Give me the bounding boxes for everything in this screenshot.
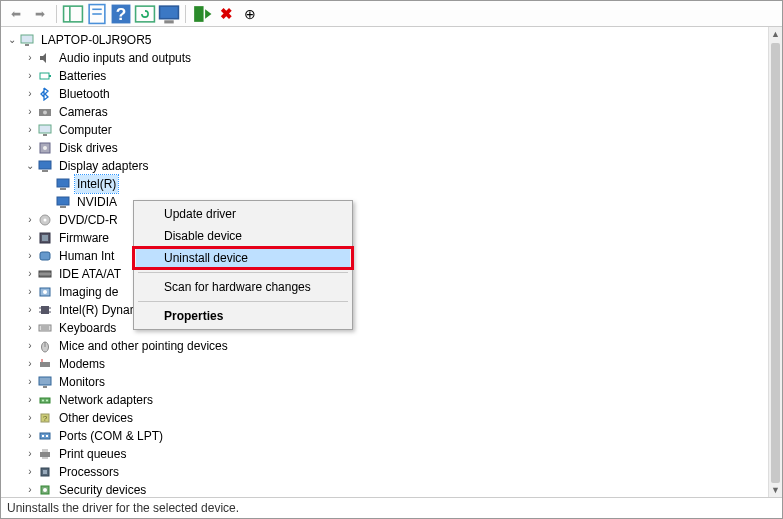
expand-toggle[interactable]: ›: [23, 67, 37, 85]
expand-toggle[interactable]: ›: [23, 85, 37, 103]
context-menu-item[interactable]: Update driver: [136, 203, 350, 225]
context-menu-item[interactable]: Properties: [136, 305, 350, 327]
chip-icon: [37, 302, 53, 318]
expand-toggle[interactable]: ›: [23, 337, 37, 355]
display-icon: [37, 158, 53, 174]
tree-category[interactable]: ›Ports (COM & LPT): [5, 427, 768, 445]
context-menu-item[interactable]: Disable device: [136, 225, 350, 247]
svg-rect-22: [42, 170, 48, 172]
scroll-down-button[interactable]: ▼: [769, 483, 782, 497]
computer-icon: [19, 32, 35, 48]
tree-category-label: Ports (COM & LPT): [57, 427, 165, 445]
context-menu-item[interactable]: Scan for hardware changes: [136, 276, 350, 298]
tree-device[interactable]: Intel(R): [5, 175, 768, 193]
expand-toggle[interactable]: ›: [23, 409, 37, 427]
tree-category[interactable]: ›Mice and other pointing devices: [5, 337, 768, 355]
tree-category[interactable]: ›DVD/CD-R: [5, 211, 768, 229]
expand-toggle[interactable]: ›: [23, 121, 37, 139]
expand-toggle[interactable]: ›: [23, 265, 37, 283]
tree-category[interactable]: ›Security devices: [5, 481, 768, 497]
expand-toggle[interactable]: ›: [23, 247, 37, 265]
expand-toggle[interactable]: ⌄: [5, 31, 19, 49]
expand-toggle[interactable]: ›: [23, 49, 37, 67]
toolbar-sep: [185, 5, 186, 23]
tree-category[interactable]: ›Human Int: [5, 247, 768, 265]
svg-rect-18: [43, 134, 47, 136]
tree-root[interactable]: ⌄ LAPTOP-0LJR9OR5: [5, 31, 768, 49]
expand-toggle[interactable]: ›: [23, 355, 37, 373]
expand-toggle[interactable]: ›: [23, 211, 37, 229]
tree-category-label: Print queues: [57, 445, 128, 463]
tree-device[interactable]: NVIDIA: [5, 193, 768, 211]
tree-category[interactable]: ›Keyboards: [5, 319, 768, 337]
help-button[interactable]: ?: [110, 3, 132, 25]
svg-rect-21: [39, 161, 51, 169]
device-tree[interactable]: ⌄ LAPTOP-0LJR9OR5 ›Audio inputs and outp…: [1, 27, 768, 497]
hid-icon: [37, 248, 53, 264]
tree-category[interactable]: ›Firmware: [5, 229, 768, 247]
tree-category[interactable]: ›Computer: [5, 121, 768, 139]
scroll-up-button[interactable]: ▲: [769, 27, 782, 41]
svg-rect-17: [39, 125, 51, 133]
tree-category[interactable]: ›Disk drives: [5, 139, 768, 157]
svg-rect-0: [64, 6, 83, 22]
svg-rect-59: [42, 449, 48, 452]
tree-category[interactable]: ›Monitors: [5, 373, 768, 391]
tree-category[interactable]: ›Intel(R) Dynamic Platform and Thermal F…: [5, 301, 768, 319]
expand-toggle[interactable]: ›: [23, 463, 37, 481]
tree-category[interactable]: ›IDE ATA/AT: [5, 265, 768, 283]
expand-toggle[interactable]: ›: [23, 229, 37, 247]
update-driver-button[interactable]: [134, 3, 156, 25]
tree-category[interactable]: ›Imaging de: [5, 283, 768, 301]
tree-category[interactable]: ›Cameras: [5, 103, 768, 121]
expand-toggle[interactable]: ›: [23, 139, 37, 157]
imaging-icon: [37, 284, 53, 300]
status-bar: Uninstalls the driver for the selected d…: [1, 498, 782, 518]
expand-toggle[interactable]: ›: [23, 319, 37, 337]
vertical-scrollbar[interactable]: ▲ ▼: [768, 27, 782, 497]
properties-button[interactable]: [86, 3, 108, 25]
expand-toggle[interactable]: ›: [23, 391, 37, 409]
expand-toggle[interactable]: ›: [23, 283, 37, 301]
context-menu-item[interactable]: Uninstall device: [136, 247, 350, 269]
status-text: Uninstalls the driver for the selected d…: [7, 501, 239, 515]
forward-button[interactable]: ➡: [29, 3, 51, 25]
svg-rect-48: [39, 377, 51, 385]
tree-category[interactable]: ›Audio inputs and outputs: [5, 49, 768, 67]
enable-button[interactable]: [191, 3, 213, 25]
expand-toggle[interactable]: ›: [23, 373, 37, 391]
tree-category[interactable]: ›Network adapters: [5, 391, 768, 409]
help-icon: ?: [110, 3, 132, 25]
tree-category[interactable]: ›?Other devices: [5, 409, 768, 427]
expand-toggle[interactable]: ›: [23, 103, 37, 121]
tree-category[interactable]: ›Modems: [5, 355, 768, 373]
back-button[interactable]: ⬅: [5, 3, 27, 25]
scan-button[interactable]: [158, 3, 180, 25]
expand-toggle[interactable]: ›: [23, 427, 37, 445]
expand-toggle[interactable]: ›: [23, 301, 37, 319]
tree-category-label: Audio inputs and outputs: [57, 49, 193, 67]
tree-category[interactable]: ›Processors: [5, 463, 768, 481]
tree-panel: ⌄ LAPTOP-0LJR9OR5 ›Audio inputs and outp…: [1, 27, 782, 498]
tree-category-label: Human Int: [57, 247, 116, 265]
svg-rect-56: [42, 435, 44, 437]
security-icon: [37, 482, 53, 497]
tree-category[interactable]: ⌄Display adapters: [5, 157, 768, 175]
uninstall-button[interactable]: ⊕: [239, 3, 261, 25]
show-hidden-button[interactable]: [62, 3, 84, 25]
scroll-thumb[interactable]: [771, 43, 780, 483]
expand-toggle[interactable]: ›: [23, 445, 37, 463]
svg-rect-12: [25, 44, 29, 46]
svg-rect-24: [60, 188, 66, 190]
tree-category[interactable]: ›Print queues: [5, 445, 768, 463]
svg-rect-23: [57, 179, 69, 187]
svg-text:?: ?: [43, 414, 48, 423]
disable-button[interactable]: ✖: [215, 3, 237, 25]
tree-category-label: IDE ATA/AT: [57, 265, 123, 283]
toolbar: ⬅ ➡ ? ✖ ⊕: [1, 1, 782, 27]
expand-toggle[interactable]: ⌄: [23, 157, 37, 175]
tree-category[interactable]: ›Bluetooth: [5, 85, 768, 103]
toolbar-sep: [56, 5, 57, 23]
expand-toggle[interactable]: ›: [23, 481, 37, 497]
tree-category[interactable]: ›Batteries: [5, 67, 768, 85]
